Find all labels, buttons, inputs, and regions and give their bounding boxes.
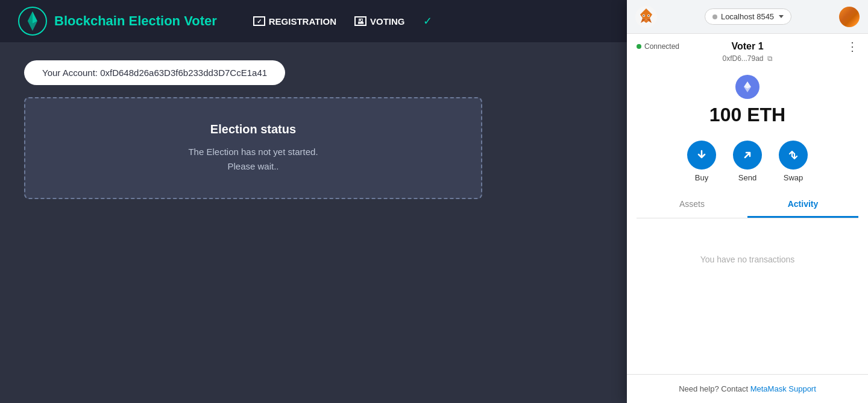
connected-label: Connected — [644, 42, 679, 51]
account-short-address: 0xfD6...79ad — [722, 54, 763, 63]
buy-action[interactable]: Buy — [687, 141, 716, 182]
voting-icon: 🗳 — [354, 16, 366, 26]
mm-action-buttons: Buy Send Swap — [627, 136, 868, 192]
election-card-line1: The Election has not yet started. Please… — [61, 145, 445, 174]
account-prefix: Your Account: — [42, 68, 98, 78]
account-bar: Your Account: 0xfD648d26a63D3f6b233dd3D7… — [24, 60, 285, 85]
ethereum-logo-icon — [18, 7, 47, 36]
network-selector[interactable]: Localhost 8545 — [705, 8, 791, 25]
checkmark-icon: ✓ — [423, 14, 432, 28]
account-address: 0xfD648d26a63D3f6b233dd3D7CcE1a41 — [100, 68, 267, 78]
metamask-panel: Localhost 8545 Connected Voter 1 ⋮ 0xfD6… — [627, 0, 868, 403]
send-icon — [733, 141, 762, 170]
footer-prefix: Need help? Contact — [679, 384, 750, 393]
metamask-fox-icon — [635, 6, 657, 28]
network-status-dot — [712, 14, 717, 19]
swap-icon — [779, 141, 808, 170]
mm-balance-section: 100 ETH — [627, 69, 868, 136]
mm-address-row: 0xfD6...79ad ⧉ — [627, 54, 868, 69]
mm-tabs: Assets Activity — [637, 192, 858, 218]
buy-label: Buy — [695, 173, 708, 182]
svg-point-12 — [643, 15, 644, 16]
election-card-title: Election status — [61, 122, 445, 136]
account-avatar[interactable] — [839, 7, 860, 27]
eth-balance: 100 ETH — [709, 104, 785, 126]
tab-assets[interactable]: Assets — [637, 192, 747, 218]
account-name: Voter 1 — [731, 41, 763, 52]
send-action[interactable]: Send — [733, 141, 762, 182]
swap-label: Swap — [784, 173, 804, 182]
buy-icon — [687, 141, 716, 170]
nav-links: ✓ REGISTRATION 🗳 VOTING ✓ — [253, 14, 432, 28]
ethereum-symbol — [741, 80, 754, 94]
election-status-card: Election status The Election has not yet… — [24, 97, 482, 199]
nav-voting[interactable]: 🗳 VOTING — [354, 16, 405, 27]
network-name: Localhost 8545 — [721, 12, 774, 21]
svg-point-13 — [648, 15, 649, 16]
mm-footer: Need help? Contact MetaMask Support — [627, 374, 868, 403]
account-more-button[interactable]: ⋮ — [846, 40, 858, 52]
swap-action[interactable]: Swap — [779, 141, 808, 182]
connected-dot — [637, 44, 641, 49]
connected-badge: Connected — [637, 42, 679, 51]
metamask-support-link[interactable]: MetaMask Support — [750, 384, 816, 393]
no-transactions-message: You have no transactions — [700, 255, 795, 264]
mm-header: Localhost 8545 — [627, 0, 868, 34]
copy-address-icon[interactable]: ⧉ — [767, 54, 773, 63]
nav-registration[interactable]: ✓ REGISTRATION — [253, 16, 336, 27]
send-label: Send — [738, 173, 756, 182]
eth-logo-icon — [735, 75, 760, 99]
logo-section: Blockchain Election Voter — [18, 7, 217, 36]
chevron-down-icon — [779, 15, 784, 18]
registration-icon: ✓ — [253, 16, 265, 26]
tab-activity[interactable]: Activity — [747, 192, 858, 218]
app-title: Blockchain Election Voter — [54, 13, 217, 29]
mm-activity-content: You have no transactions — [627, 218, 868, 374]
mm-account-row: Connected Voter 1 ⋮ — [627, 34, 868, 54]
